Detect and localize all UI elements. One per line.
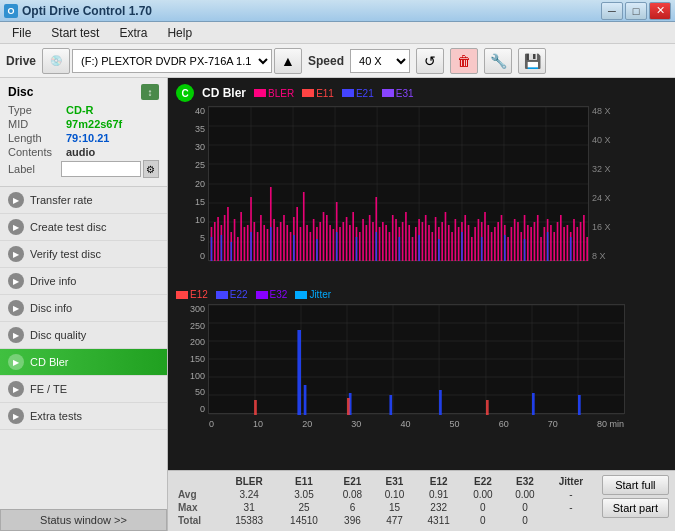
svg-rect-72 bbox=[392, 215, 394, 261]
nav-cd-bler-label: CD Bler bbox=[30, 356, 69, 368]
drive-select[interactable]: (F:) PLEXTOR DVDR PX-716A 1.11 bbox=[72, 49, 272, 73]
nav-transfer-rate[interactable]: ▶ Transfer rate bbox=[0, 187, 167, 214]
svg-rect-54 bbox=[333, 229, 335, 261]
window-controls: ─ □ ✕ bbox=[601, 2, 671, 20]
menu-bar: File Start test Extra Help bbox=[0, 22, 675, 44]
speed-select[interactable]: 40 X bbox=[350, 49, 410, 73]
nav-transfer-rate-label: Transfer rate bbox=[30, 194, 93, 206]
svg-rect-57 bbox=[342, 222, 344, 261]
disc-label-settings-button[interactable]: ⚙ bbox=[143, 160, 159, 178]
svg-rect-75 bbox=[402, 222, 404, 261]
eject-button[interactable]: ▲ bbox=[274, 48, 302, 74]
stats-total-label: Total bbox=[174, 514, 222, 527]
stats-max-jitter: - bbox=[546, 501, 596, 514]
stats-avg-label: Avg bbox=[174, 488, 222, 501]
svg-rect-170 bbox=[439, 390, 442, 415]
stats-total-e22: 0 bbox=[462, 514, 504, 527]
svg-rect-113 bbox=[527, 225, 529, 261]
svg-rect-142 bbox=[399, 237, 401, 261]
svg-rect-144 bbox=[438, 239, 440, 261]
svg-rect-117 bbox=[540, 237, 542, 261]
menu-help[interactable]: Help bbox=[159, 24, 200, 42]
svg-rect-122 bbox=[557, 222, 559, 261]
svg-rect-92 bbox=[458, 227, 460, 261]
menu-file[interactable]: File bbox=[4, 24, 39, 42]
svg-rect-69 bbox=[382, 222, 384, 261]
nav-extra-tests[interactable]: ▶ Extra tests bbox=[0, 403, 167, 430]
svg-rect-109 bbox=[514, 219, 516, 261]
stats-max-e31: 15 bbox=[373, 501, 415, 514]
svg-rect-118 bbox=[544, 227, 546, 261]
svg-rect-143 bbox=[418, 235, 420, 261]
drive-icon: 💿 bbox=[42, 48, 70, 74]
svg-rect-36 bbox=[273, 219, 275, 261]
disc-mid-label: MID bbox=[8, 118, 66, 130]
nav-create-test-disc[interactable]: ▶ Create test disc bbox=[0, 214, 167, 241]
svg-rect-135 bbox=[250, 232, 252, 261]
nav-verify-test-disc-label: Verify test disc bbox=[30, 248, 101, 260]
svg-rect-56 bbox=[339, 227, 341, 261]
legend-e22: E22 bbox=[216, 289, 248, 300]
legend-bler-label: BLER bbox=[268, 88, 294, 99]
nav-cd-bler[interactable]: ▶ CD Bler bbox=[0, 349, 167, 376]
svg-rect-137 bbox=[293, 235, 295, 261]
svg-rect-129 bbox=[580, 222, 582, 261]
main-layout: Disc ↕ Type CD-R MID 97m22s67f Length 79… bbox=[0, 78, 675, 531]
nav-disc-quality-label: Disc quality bbox=[30, 329, 86, 341]
cd-bler-chart-title: CD Bler bbox=[202, 86, 246, 100]
legend-e21: E21 bbox=[342, 88, 374, 99]
svg-rect-173 bbox=[254, 400, 257, 415]
svg-rect-50 bbox=[319, 222, 321, 261]
svg-rect-130 bbox=[583, 215, 585, 261]
nav-drive-info[interactable]: ▶ Drive info bbox=[0, 268, 167, 295]
clear-button[interactable]: 🗑 bbox=[450, 48, 478, 74]
svg-rect-114 bbox=[530, 227, 532, 261]
stats-table: BLER E11 E21 E31 E12 E22 E32 Jitter Avg bbox=[174, 475, 596, 527]
nav-create-test-disc-label: Create test disc bbox=[30, 221, 106, 233]
svg-rect-124 bbox=[563, 227, 565, 261]
svg-rect-175 bbox=[486, 400, 489, 415]
title-bar: O Opti Drive Control 1.70 ─ □ ✕ bbox=[0, 0, 675, 22]
nav-verify-test-disc[interactable]: ▶ Verify test disc bbox=[0, 241, 167, 268]
settings-button[interactable]: 🔧 bbox=[484, 48, 512, 74]
stats-area: BLER E11 E21 E31 E12 E22 E32 Jitter Avg bbox=[168, 470, 675, 531]
nav-fe-te[interactable]: ▶ FE / TE bbox=[0, 376, 167, 403]
disc-type-value: CD-R bbox=[66, 104, 94, 116]
cd-bler-icon: ▶ bbox=[8, 354, 24, 370]
nav-disc-quality[interactable]: ▶ Disc quality bbox=[0, 322, 167, 349]
refresh-button[interactable]: ↺ bbox=[416, 48, 444, 74]
nav-disc-info-label: Disc info bbox=[30, 302, 72, 314]
start-part-button[interactable]: Start part bbox=[602, 498, 669, 518]
status-window-button[interactable]: Status window >> bbox=[0, 509, 167, 531]
disc-contents-label: Contents bbox=[8, 146, 66, 158]
save-button[interactable]: 💾 bbox=[518, 48, 546, 74]
nav-disc-info[interactable]: ▶ Disc info bbox=[0, 295, 167, 322]
stats-max-e21: 6 bbox=[331, 501, 373, 514]
svg-rect-66 bbox=[372, 222, 374, 261]
stats-wrapper: BLER E11 E21 E31 E12 E22 E32 Jitter Avg bbox=[174, 475, 669, 527]
speed-label: Speed bbox=[308, 54, 344, 68]
disc-label-input[interactable] bbox=[61, 161, 141, 177]
svg-rect-94 bbox=[464, 215, 466, 261]
minimize-button[interactable]: ─ bbox=[601, 2, 623, 20]
svg-rect-45 bbox=[303, 192, 305, 261]
top-chart-y-axis-left: 40 35 30 25 20 15 10 5 0 bbox=[176, 106, 208, 261]
disc-refresh-button[interactable]: ↕ bbox=[141, 84, 159, 100]
disc-type-label: Type bbox=[8, 104, 66, 116]
maximize-button[interactable]: □ bbox=[625, 2, 647, 20]
legend-e32: E32 bbox=[256, 289, 288, 300]
legend-e11-label: E11 bbox=[316, 88, 334, 99]
disc-contents-row: Contents audio bbox=[8, 146, 159, 158]
disc-header: Disc ↕ bbox=[8, 84, 159, 100]
svg-rect-39 bbox=[283, 215, 285, 261]
menu-extra[interactable]: Extra bbox=[111, 24, 155, 42]
start-full-button[interactable]: Start full bbox=[602, 475, 669, 495]
disc-type-row: Type CD-R bbox=[8, 104, 159, 116]
svg-rect-70 bbox=[385, 225, 387, 261]
menu-start-test[interactable]: Start test bbox=[43, 24, 107, 42]
legend-e22-color bbox=[216, 291, 228, 299]
close-button[interactable]: ✕ bbox=[649, 2, 671, 20]
svg-rect-40 bbox=[286, 225, 288, 261]
svg-rect-44 bbox=[300, 227, 302, 261]
svg-rect-139 bbox=[336, 232, 338, 261]
